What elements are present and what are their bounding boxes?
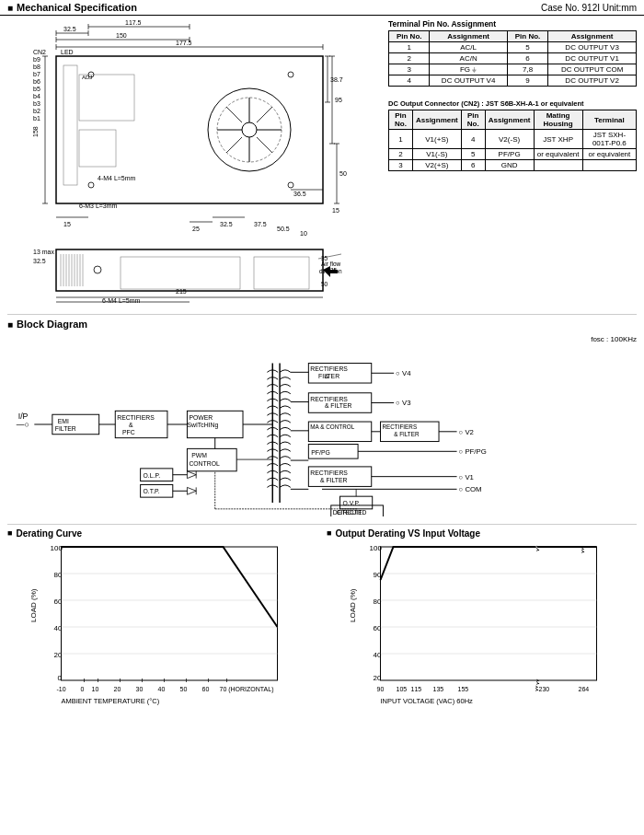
col-assign2: Assignment: [548, 31, 637, 42]
svg-text:b7: b7: [33, 71, 40, 77]
svg-text:LED: LED: [61, 49, 74, 55]
top-view-drawing: CN2 b9 b8 b7 b6 b5 b4 b3 b2 b1 LED ADJ: [7, 19, 381, 305]
col-pin1: Pin No.: [389, 31, 430, 42]
svg-text:70 (HORIZONTAL): 70 (HORIZONTAL): [220, 686, 274, 693]
svg-text:AMBIENT TEMPERATURE (°C): AMBIENT TEMPERATURE (°C): [62, 697, 160, 705]
svg-text:INPUT VOLTAGE (VAC) 60Hz: INPUT VOLTAGE (VAC) 60Hz: [381, 697, 474, 705]
svg-text:40: 40: [374, 651, 382, 659]
svg-text:〻: 〻: [534, 544, 542, 553]
svg-text:—○: —○: [17, 420, 29, 429]
svg-text:RECTIFIERS: RECTIFIERS: [382, 423, 417, 430]
svg-text:10: 10: [300, 230, 307, 237]
svg-text:100: 100: [51, 544, 63, 552]
svg-text:SwITcHINg: SwITcHINg: [187, 422, 218, 429]
block-diagram-title: Block Diagram: [7, 319, 637, 330]
svg-text:135: 135: [433, 686, 444, 692]
svg-text:-10: -10: [57, 686, 66, 692]
svg-text:b8: b8: [33, 64, 40, 70]
cn2-col-pin2: Pin No.: [461, 110, 485, 130]
svg-text:95: 95: [335, 97, 342, 103]
derating-section: Derating Curve 100 80 60 40: [7, 524, 637, 708]
svg-text:FILTER: FILTER: [318, 373, 339, 379]
svg-text:36.5: 36.5: [293, 191, 306, 197]
table-row: 2AC/N6DC OUTPUT V1: [389, 53, 637, 64]
svg-text:264: 264: [579, 686, 590, 692]
svg-text:0: 0: [81, 686, 85, 692]
svg-text:155: 155: [458, 686, 469, 692]
svg-text:100: 100: [370, 544, 383, 552]
svg-text:PWM: PWM: [191, 452, 207, 458]
svg-text:50.5: 50.5: [277, 226, 290, 232]
svg-text:CN2: CN2: [33, 49, 46, 55]
svg-marker-168: [187, 471, 196, 479]
svg-text:POWER: POWER: [189, 414, 213, 421]
page-title: Mechanical Specification: [7, 2, 137, 13]
svg-text:230: 230: [539, 686, 550, 692]
svg-text:150: 150: [116, 32, 127, 39]
svg-rect-24: [63, 65, 77, 185]
svg-text:○ COM: ○ COM: [459, 485, 482, 493]
svg-text:80: 80: [54, 571, 63, 579]
svg-line-22: [257, 107, 272, 122]
svg-text:○ V4: ○ V4: [396, 369, 411, 377]
svg-text:105: 105: [397, 686, 408, 692]
svg-text:CIRCUIT: CIRCUIT: [337, 509, 363, 516]
svg-text:15: 15: [332, 207, 339, 214]
cn2-col-pin1: Pin No.: [389, 110, 413, 130]
svg-text:37.5: 37.5: [254, 221, 267, 227]
derating-chart-svg: 100 80 60 40 20 0 -10 0 10 20 30 40 50 6…: [7, 542, 317, 708]
svg-text:〻: 〻: [534, 678, 542, 687]
svg-text:b1: b1: [33, 115, 40, 122]
svg-text:60: 60: [202, 686, 210, 692]
fosc-label: fosc : 100KHz: [7, 335, 637, 343]
svg-text:15: 15: [63, 221, 71, 227]
svg-text:O.T.P.: O.T.P.: [144, 488, 160, 494]
svg-text:25: 25: [330, 267, 338, 273]
svg-text:○ V3: ○ V3: [396, 399, 410, 407]
cn2-col-assign1: Assignment: [412, 110, 461, 130]
svg-text:40: 40: [158, 686, 166, 692]
svg-text:0: 0: [58, 674, 63, 682]
derating-chart-container: 100 80 60 40 20 0 -10 0 10 20 30 40 50 6…: [7, 542, 317, 708]
mechanical-section: CN2 b9 b8 b7 b6 b5 b4 b3 b2 b1 LED ADJ: [7, 19, 637, 307]
svg-text:20: 20: [114, 686, 121, 692]
svg-text:b3: b3: [33, 100, 40, 107]
svg-text:117.5: 117.5: [125, 19, 142, 26]
svg-text:215: 215: [176, 288, 187, 295]
svg-text:50: 50: [339, 170, 347, 177]
svg-line-21: [257, 137, 272, 153]
svg-text:30: 30: [136, 686, 144, 692]
table-row: 1V1(+S)4V2(-S)JST XHPJST SXH-001T-P0.6: [389, 130, 637, 149]
svg-text:EMI: EMI: [58, 418, 69, 424]
svg-text:80: 80: [374, 597, 382, 606]
case-info: Case No. 912I Unit:mm: [541, 3, 637, 13]
svg-text:b2: b2: [33, 108, 40, 114]
svg-text:LOAD (%): LOAD (%): [349, 588, 357, 622]
table-row: 3FG ⏚7,8DC OUTPUT COM: [389, 64, 637, 75]
svg-text:13 max: 13 max: [33, 249, 54, 255]
svg-point-15: [242, 122, 257, 137]
svg-text:177.5: 177.5: [176, 40, 192, 46]
svg-text:60: 60: [54, 597, 63, 606]
svg-point-91: [94, 266, 101, 273]
svg-rect-25: [79, 75, 134, 121]
svg-marker-170: [187, 487, 196, 494]
svg-text:RECTIFIERS: RECTIFIERS: [310, 396, 348, 402]
svg-text:6-M3 L=3mm: 6-M3 L=3mm: [79, 203, 118, 209]
col-pin2: Pin No.: [507, 31, 547, 42]
main-content: CN2 b9 b8 b7 b6 b5 b4 b3 b2 b1 LED ADJ: [0, 16, 644, 712]
svg-text:○ PF/PG: ○ PF/PG: [459, 447, 487, 456]
output-derating-section: Output Derating VS Input Voltage 100 90: [327, 528, 637, 708]
svg-text:40: 40: [54, 624, 63, 632]
svg-point-65: [88, 182, 94, 188]
svg-text:35: 35: [321, 255, 328, 261]
table-row: 1AC/L5DC OUTPUT V3: [389, 42, 637, 53]
cn2-col-assign2: Assignment: [485, 110, 534, 130]
drawing-left: CN2 b9 b8 b7 b6 b5 b4 b3 b2 b1 LED ADJ: [7, 19, 381, 307]
derating-curve-section: Derating Curve 100 80 60 40: [7, 528, 317, 708]
svg-text:RECTIFIERS: RECTIFIERS: [310, 470, 348, 476]
svg-text:PFC: PFC: [122, 429, 135, 435]
svg-text:b5: b5: [33, 86, 40, 92]
title-text: Mechanical Specification: [17, 2, 137, 13]
cn2-col-terminal: Terminal: [582, 110, 636, 130]
